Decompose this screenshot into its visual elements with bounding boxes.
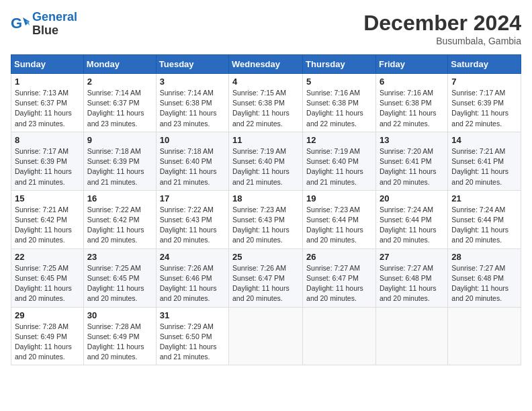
- day-info: Sunrise: 7:18 AM Sunset: 6:39 PM Dayligh…: [87, 146, 152, 187]
- calendar-day-cell: 27Sunrise: 7:27 AM Sunset: 6:48 PM Dayli…: [375, 248, 447, 307]
- day-number: 25: [232, 252, 299, 262]
- calendar-day-cell: 29Sunrise: 7:28 AM Sunset: 6:49 PM Dayli…: [11, 307, 84, 365]
- day-number: 14: [451, 135, 517, 145]
- day-info: Sunrise: 7:29 AM Sunset: 6:50 PM Dayligh…: [160, 322, 225, 363]
- day-info: Sunrise: 7:26 AM Sunset: 6:47 PM Dayligh…: [232, 263, 299, 304]
- day-number: 21: [451, 193, 517, 203]
- calendar-day-cell: 23Sunrise: 7:25 AM Sunset: 6:45 PM Dayli…: [83, 248, 156, 307]
- calendar-day-cell: [303, 307, 376, 365]
- day-info: Sunrise: 7:14 AM Sunset: 6:37 PM Dayligh…: [87, 88, 152, 129]
- calendar-day-cell: 5Sunrise: 7:16 AM Sunset: 6:38 PM Daylig…: [303, 74, 376, 132]
- weekday-header: Tuesday: [156, 55, 228, 74]
- day-number: 1: [15, 77, 80, 87]
- calendar-day-cell: 6Sunrise: 7:16 AM Sunset: 6:38 PM Daylig…: [375, 74, 447, 132]
- calendar-day-cell: 18Sunrise: 7:23 AM Sunset: 6:43 PM Dayli…: [229, 190, 303, 248]
- day-info: Sunrise: 7:26 AM Sunset: 6:46 PM Dayligh…: [160, 263, 225, 304]
- calendar-day-cell: 19Sunrise: 7:23 AM Sunset: 6:44 PM Dayli…: [303, 190, 376, 248]
- day-number: 8: [15, 135, 80, 145]
- calendar-day-cell: 4Sunrise: 7:15 AM Sunset: 6:38 PM Daylig…: [229, 74, 303, 132]
- day-number: 2: [87, 77, 152, 87]
- calendar-day-cell: 15Sunrise: 7:21 AM Sunset: 6:42 PM Dayli…: [11, 190, 84, 248]
- day-number: 22: [15, 252, 80, 262]
- day-info: Sunrise: 7:20 AM Sunset: 6:41 PM Dayligh…: [380, 146, 444, 187]
- day-info: Sunrise: 7:18 AM Sunset: 6:40 PM Dayligh…: [160, 146, 225, 187]
- calendar-day-cell: 21Sunrise: 7:24 AM Sunset: 6:44 PM Dayli…: [448, 190, 521, 248]
- calendar-day-cell: 9Sunrise: 7:18 AM Sunset: 6:39 PM Daylig…: [83, 132, 156, 190]
- day-number: 7: [451, 77, 517, 87]
- day-info: Sunrise: 7:24 AM Sunset: 6:44 PM Dayligh…: [380, 205, 444, 246]
- calendar-week-row: 8Sunrise: 7:17 AM Sunset: 6:39 PM Daylig…: [11, 132, 521, 190]
- day-info: Sunrise: 7:27 AM Sunset: 6:48 PM Dayligh…: [380, 263, 444, 304]
- day-number: 26: [306, 252, 372, 262]
- day-number: 23: [87, 252, 152, 262]
- day-info: Sunrise: 7:23 AM Sunset: 6:43 PM Dayligh…: [232, 205, 299, 246]
- calendar-day-cell: [229, 307, 303, 365]
- calendar-day-cell: 13Sunrise: 7:20 AM Sunset: 6:41 PM Dayli…: [375, 132, 447, 190]
- calendar-day-cell: 22Sunrise: 7:25 AM Sunset: 6:45 PM Dayli…: [11, 248, 84, 307]
- day-number: 10: [160, 135, 225, 145]
- calendar-table: SundayMondayTuesdayWednesdayThursdayFrid…: [11, 54, 521, 365]
- calendar-day-cell: 24Sunrise: 7:26 AM Sunset: 6:46 PM Dayli…: [156, 248, 228, 307]
- day-info: Sunrise: 7:15 AM Sunset: 6:38 PM Dayligh…: [232, 88, 299, 129]
- day-info: Sunrise: 7:27 AM Sunset: 6:47 PM Dayligh…: [306, 263, 372, 304]
- day-number: 13: [380, 135, 444, 145]
- day-number: 3: [160, 77, 225, 87]
- day-number: 6: [380, 77, 444, 87]
- day-info: Sunrise: 7:25 AM Sunset: 6:45 PM Dayligh…: [15, 263, 80, 304]
- day-info: Sunrise: 7:16 AM Sunset: 6:38 PM Dayligh…: [306, 88, 372, 129]
- calendar-day-cell: 25Sunrise: 7:26 AM Sunset: 6:47 PM Dayli…: [229, 248, 303, 307]
- weekday-header: Sunday: [11, 55, 84, 74]
- day-info: Sunrise: 7:23 AM Sunset: 6:44 PM Dayligh…: [306, 205, 372, 246]
- logo-icon: G: [11, 15, 30, 34]
- title-block: December 2024 Busumbala, Gambia: [363, 11, 521, 46]
- logo-line2: Blue: [32, 24, 77, 38]
- calendar-day-cell: 8Sunrise: 7:17 AM Sunset: 6:39 PM Daylig…: [11, 132, 84, 190]
- calendar-day-cell: 12Sunrise: 7:19 AM Sunset: 6:40 PM Dayli…: [303, 132, 376, 190]
- day-info: Sunrise: 7:17 AM Sunset: 6:39 PM Dayligh…: [15, 146, 80, 187]
- day-info: Sunrise: 7:22 AM Sunset: 6:42 PM Dayligh…: [87, 205, 152, 246]
- day-number: 17: [160, 193, 225, 203]
- svg-text:G: G: [11, 15, 22, 32]
- location: Busumbala, Gambia: [363, 36, 521, 46]
- calendar-day-cell: 2Sunrise: 7:14 AM Sunset: 6:37 PM Daylig…: [83, 74, 156, 132]
- month-year: December 2024: [363, 11, 521, 36]
- day-number: 11: [232, 135, 299, 145]
- calendar-week-row: 22Sunrise: 7:25 AM Sunset: 6:45 PM Dayli…: [11, 248, 521, 307]
- calendar-day-cell: 11Sunrise: 7:19 AM Sunset: 6:40 PM Dayli…: [229, 132, 303, 190]
- calendar-day-cell: 17Sunrise: 7:22 AM Sunset: 6:43 PM Dayli…: [156, 190, 228, 248]
- day-number: 12: [306, 135, 372, 145]
- day-info: Sunrise: 7:28 AM Sunset: 6:49 PM Dayligh…: [15, 322, 80, 363]
- day-number: 24: [160, 252, 225, 262]
- day-number: 18: [232, 193, 299, 203]
- logo: G General Blue: [11, 11, 77, 38]
- calendar-day-cell: [375, 307, 447, 365]
- calendar-day-cell: 3Sunrise: 7:14 AM Sunset: 6:38 PM Daylig…: [156, 74, 228, 132]
- day-info: Sunrise: 7:25 AM Sunset: 6:45 PM Dayligh…: [87, 263, 152, 304]
- day-info: Sunrise: 7:19 AM Sunset: 6:40 PM Dayligh…: [232, 146, 299, 187]
- day-number: 16: [87, 193, 152, 203]
- calendar-day-cell: [448, 307, 521, 365]
- calendar-day-cell: 28Sunrise: 7:27 AM Sunset: 6:48 PM Dayli…: [448, 248, 521, 307]
- weekday-header: Monday: [83, 55, 156, 74]
- day-number: 27: [380, 252, 444, 262]
- calendar-day-cell: 30Sunrise: 7:28 AM Sunset: 6:49 PM Dayli…: [83, 307, 156, 365]
- day-info: Sunrise: 7:21 AM Sunset: 6:42 PM Dayligh…: [15, 205, 80, 246]
- day-number: 28: [451, 252, 517, 262]
- day-number: 19: [306, 193, 372, 203]
- logo-line1: General: [32, 10, 77, 24]
- weekday-header: Saturday: [448, 55, 521, 74]
- day-number: 30: [87, 310, 152, 320]
- calendar-day-cell: 16Sunrise: 7:22 AM Sunset: 6:42 PM Dayli…: [83, 190, 156, 248]
- logo-text: General Blue: [32, 11, 77, 38]
- weekday-header: Friday: [375, 55, 447, 74]
- day-info: Sunrise: 7:13 AM Sunset: 6:37 PM Dayligh…: [15, 88, 80, 129]
- calendar-header-row: SundayMondayTuesdayWednesdayThursdayFrid…: [11, 55, 521, 74]
- calendar-day-cell: 20Sunrise: 7:24 AM Sunset: 6:44 PM Dayli…: [375, 190, 447, 248]
- calendar-day-cell: 14Sunrise: 7:21 AM Sunset: 6:41 PM Dayli…: [448, 132, 521, 190]
- day-number: 4: [232, 77, 299, 87]
- weekday-header: Wednesday: [229, 55, 303, 74]
- day-number: 15: [15, 193, 80, 203]
- calendar-day-cell: 26Sunrise: 7:27 AM Sunset: 6:47 PM Dayli…: [303, 248, 376, 307]
- calendar-day-cell: 1Sunrise: 7:13 AM Sunset: 6:37 PM Daylig…: [11, 74, 84, 132]
- calendar-week-row: 29Sunrise: 7:28 AM Sunset: 6:49 PM Dayli…: [11, 307, 521, 365]
